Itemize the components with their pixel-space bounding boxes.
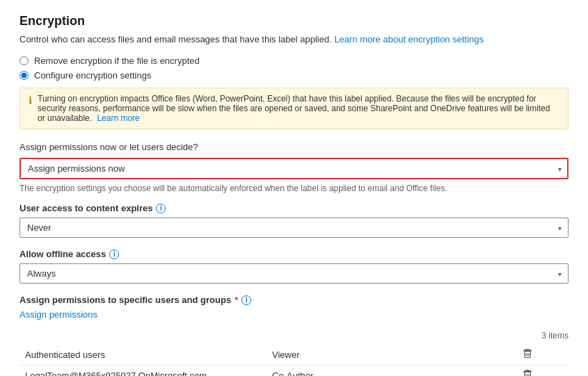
role-cell: Co-Author — [267, 366, 486, 377]
assign-section-label: Assign permissions now or let users deci… — [19, 142, 569, 152]
delete-cell — [486, 345, 569, 366]
user-access-section: User access to content expires i Never 1… — [19, 203, 569, 238]
table-row: LegalTeam@M365x925027.OnMicrosoft.com Co… — [19, 366, 569, 377]
assign-permissions-link[interactable]: Assign permissions — [19, 309, 97, 320]
page-subtitle: Control who can access files and email m… — [19, 34, 569, 44]
info-banner: ℹ Turning on encryption impacts Office f… — [19, 88, 569, 129]
user-access-label: User access to content expires i — [19, 203, 569, 213]
info-banner-text: Turning on encryption impacts Office fil… — [38, 94, 559, 123]
delete-icon[interactable] — [522, 350, 533, 361]
learn-more-link[interactable]: Learn more about encryption settings — [334, 34, 484, 44]
user-access-info-icon[interactable]: i — [156, 204, 166, 213]
svg-rect-6 — [523, 371, 532, 373]
svg-rect-5 — [525, 370, 530, 371]
assign-sub-description: The encryption settings you choose will … — [19, 183, 569, 193]
radio-remove-encryption[interactable]: Remove encryption if the file is encrypt… — [19, 56, 569, 66]
user-access-dropdown-wrapper: Never 1 day 7 days 30 days ▾ — [19, 218, 569, 238]
delete-icon[interactable] — [522, 370, 533, 376]
radio-group: Remove encryption if the file is encrypt… — [19, 56, 569, 81]
permissions-table: Authenticated users Viewer LegalTeam@M36… — [19, 345, 569, 376]
offline-access-info-icon[interactable]: i — [109, 250, 119, 259]
info-learn-more-link[interactable]: Learn more — [97, 113, 139, 123]
page-title: Encryption — [19, 14, 569, 28]
radio-configure-encryption[interactable]: Configure encryption settings — [19, 70, 569, 81]
role-cell: Viewer — [267, 345, 486, 366]
assign-permissions-label: Assign permissions to specific users and… — [19, 295, 569, 305]
offline-access-section: Allow offline access i Always Never Numb… — [19, 249, 569, 284]
svg-rect-0 — [525, 349, 530, 350]
offline-access-dropdown[interactable]: Always Never Number of days — [19, 263, 569, 284]
user-cell: Authenticated users — [19, 345, 267, 366]
offline-access-label: Allow offline access i — [19, 249, 569, 259]
delete-cell — [486, 366, 569, 377]
radio-configure-input[interactable] — [19, 71, 29, 80]
radio-remove-label: Remove encryption if the file is encrypt… — [34, 56, 200, 66]
assign-dropdown-wrapper: Assign permissions now Let users assign … — [19, 158, 569, 179]
radio-configure-label: Configure encryption settings — [34, 70, 151, 81]
table-row: Authenticated users Viewer — [19, 345, 569, 366]
offline-access-dropdown-wrapper: Always Never Number of days ▾ — [19, 263, 569, 284]
user-cell: LegalTeam@M365x925027.OnMicrosoft.com — [19, 366, 267, 377]
svg-rect-1 — [523, 350, 532, 352]
assign-permissions-section: Assign permissions to specific users and… — [19, 295, 569, 320]
assign-permissions-info-icon[interactable]: i — [241, 295, 251, 305]
items-count: 3 items — [19, 331, 569, 341]
info-banner-icon: ℹ — [29, 95, 32, 106]
assign-permissions-dropdown[interactable]: Assign permissions now Let users assign … — [19, 158, 569, 179]
user-access-dropdown[interactable]: Never 1 day 7 days 30 days — [19, 218, 569, 238]
radio-remove-input[interactable] — [19, 56, 29, 65]
